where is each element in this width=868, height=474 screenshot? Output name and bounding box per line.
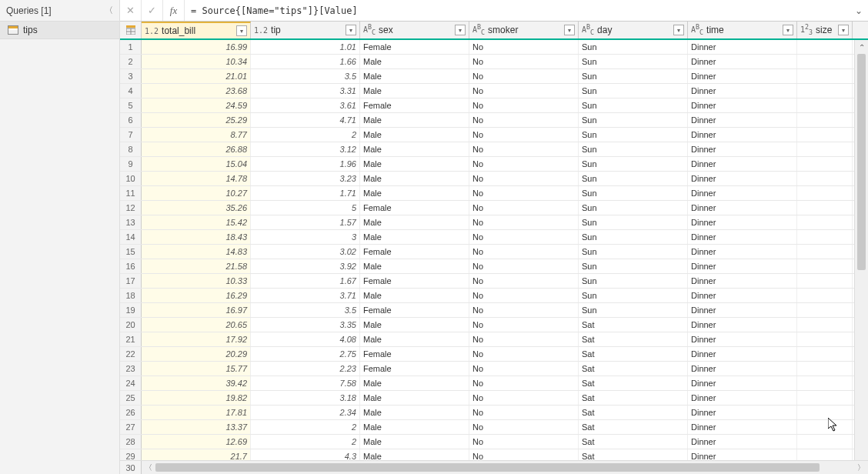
cell-time[interactable]: Dinner	[688, 376, 797, 390]
cell-smoker[interactable]: No	[469, 435, 579, 449]
cell-time[interactable]: Dinner	[688, 55, 797, 68]
column-header-smoker[interactable]: ABCsmoker▾	[469, 22, 579, 38]
cell-time[interactable]: Dinner	[688, 332, 797, 346]
cell-size[interactable]	[797, 128, 853, 142]
cell-time[interactable]: Dinner	[688, 215, 797, 229]
cell-time[interactable]: Dinner	[688, 289, 797, 302]
cell-sex[interactable]: Male	[360, 157, 469, 171]
cell-smoker[interactable]: No	[469, 332, 579, 346]
cell-total_bill[interactable]: 15.04	[142, 157, 251, 171]
row-number[interactable]: 2	[120, 55, 142, 68]
cell-tip[interactable]: 1.96	[251, 157, 360, 171]
cell-total_bill[interactable]: 16.29	[142, 289, 251, 302]
table-row[interactable]: 1916.973.5FemaleNoSunDinner	[120, 303, 854, 318]
cell-day[interactable]: Sun	[579, 215, 688, 229]
fx-icon[interactable]: fx	[163, 0, 185, 21]
cell-sex[interactable]: Female	[360, 201, 469, 215]
cell-total_bill[interactable]: 21.7	[142, 449, 251, 460]
cell-tip[interactable]: 3.35	[251, 318, 360, 332]
column-filter-icon[interactable]: ▾	[346, 25, 356, 35]
query-item-tips[interactable]: tips	[0, 21, 119, 39]
cell-size[interactable]	[797, 142, 853, 156]
cell-time[interactable]: Dinner	[688, 128, 797, 142]
row-number[interactable]: 12	[120, 201, 142, 215]
table-row[interactable]: 1621.583.92MaleNoSunDinner	[120, 259, 854, 274]
cell-sex[interactable]: Female	[360, 347, 469, 361]
row-number[interactable]: 21	[120, 332, 142, 346]
cell-total_bill[interactable]: 10.33	[142, 274, 251, 288]
cell-tip[interactable]: 7.58	[251, 376, 360, 390]
column-header-total_bill[interactable]: 1.2total_bill▾	[142, 22, 251, 38]
cell-time[interactable]: Dinner	[688, 259, 797, 273]
cell-size[interactable]	[797, 449, 853, 460]
cell-sex[interactable]: Male	[360, 128, 469, 142]
cell-size[interactable]	[797, 332, 853, 346]
cell-sex[interactable]: Male	[360, 376, 469, 390]
cell-tip[interactable]: 1.57	[251, 215, 360, 229]
table-row[interactable]: 915.041.96MaleNoSunDinner	[120, 157, 854, 172]
cell-day[interactable]: Sun	[579, 69, 688, 83]
cell-smoker[interactable]: No	[469, 142, 579, 156]
cell-tip[interactable]: 2	[251, 435, 360, 449]
cell-tip[interactable]: 2.23	[251, 362, 360, 376]
cell-sex[interactable]: Male	[360, 172, 469, 185]
accept-formula-icon[interactable]: ✓	[142, 0, 163, 21]
cell-size[interactable]	[797, 435, 853, 449]
table-row[interactable]: 625.294.71MaleNoSunDinner	[120, 113, 854, 128]
cell-smoker[interactable]: No	[469, 259, 579, 273]
cell-total_bill[interactable]: 25.29	[142, 113, 251, 127]
cell-sex[interactable]: Male	[360, 55, 469, 68]
table-row[interactable]: 1110.271.71MaleNoSunDinner	[120, 186, 854, 201]
table-row[interactable]: 2117.924.08MaleNoSatDinner	[120, 332, 854, 347]
cell-total_bill[interactable]: 12.69	[142, 435, 251, 449]
cell-tip[interactable]: 3	[251, 230, 360, 244]
cell-time[interactable]: Dinner	[688, 245, 797, 259]
cell-total_bill[interactable]: 20.65	[142, 318, 251, 332]
cell-size[interactable]	[797, 420, 853, 434]
row-number[interactable]: 28	[120, 435, 142, 449]
table-row[interactable]: 1816.293.71MaleNoSunDinner	[120, 289, 854, 303]
cell-time[interactable]: Dinner	[688, 347, 797, 361]
cell-time[interactable]: Dinner	[688, 98, 797, 112]
cell-sex[interactable]: Male	[360, 318, 469, 332]
cell-size[interactable]	[797, 55, 853, 68]
cell-day[interactable]: Sun	[579, 186, 688, 200]
cell-size[interactable]	[797, 289, 853, 302]
cell-smoker[interactable]: No	[469, 215, 579, 229]
vertical-scrollbar[interactable]: ⌃ ⌄	[854, 40, 868, 460]
cell-time[interactable]: Dinner	[688, 201, 797, 215]
cell-smoker[interactable]: No	[469, 40, 579, 54]
table-row[interactable]: 78.772MaleNoSunDinner	[120, 128, 854, 142]
cell-tip[interactable]: 3.31	[251, 84, 360, 98]
cell-tip[interactable]: 2.34	[251, 406, 360, 419]
cell-total_bill[interactable]: 21.01	[142, 69, 251, 83]
table-row[interactable]: 423.683.31MaleNoSunDinner	[120, 84, 854, 98]
cell-total_bill[interactable]: 23.68	[142, 84, 251, 98]
cell-smoker[interactable]: No	[469, 318, 579, 332]
cell-sex[interactable]: Male	[360, 186, 469, 200]
row-number[interactable]: 16	[120, 259, 142, 273]
cell-time[interactable]: Dinner	[688, 172, 797, 185]
row-number[interactable]: 11	[120, 186, 142, 200]
cell-tip[interactable]: 1.66	[251, 55, 360, 68]
horizontal-scroll-thumb[interactable]	[155, 463, 820, 472]
column-header-day[interactable]: ABCday▾	[579, 22, 688, 38]
cell-day[interactable]: Sun	[579, 259, 688, 273]
row-number[interactable]: 17	[120, 274, 142, 288]
row-number[interactable]: 20	[120, 318, 142, 332]
table-row[interactable]: 2921.74.3MaleNoSatDinner	[120, 449, 854, 460]
cell-smoker[interactable]: No	[469, 172, 579, 185]
cell-time[interactable]: Dinner	[688, 435, 797, 449]
cell-day[interactable]: Sun	[579, 142, 688, 156]
cell-day[interactable]: Sat	[579, 391, 688, 405]
row-number[interactable]: 13	[120, 215, 142, 229]
cell-total_bill[interactable]: 24.59	[142, 98, 251, 112]
cell-tip[interactable]: 3.02	[251, 245, 360, 259]
cell-day[interactable]: Sun	[579, 98, 688, 112]
cell-time[interactable]: Dinner	[688, 40, 797, 54]
cell-size[interactable]	[797, 245, 853, 259]
cell-smoker[interactable]: No	[469, 230, 579, 244]
cell-time[interactable]: Dinner	[688, 362, 797, 376]
cell-size[interactable]	[797, 98, 853, 112]
cell-size[interactable]	[797, 113, 853, 127]
